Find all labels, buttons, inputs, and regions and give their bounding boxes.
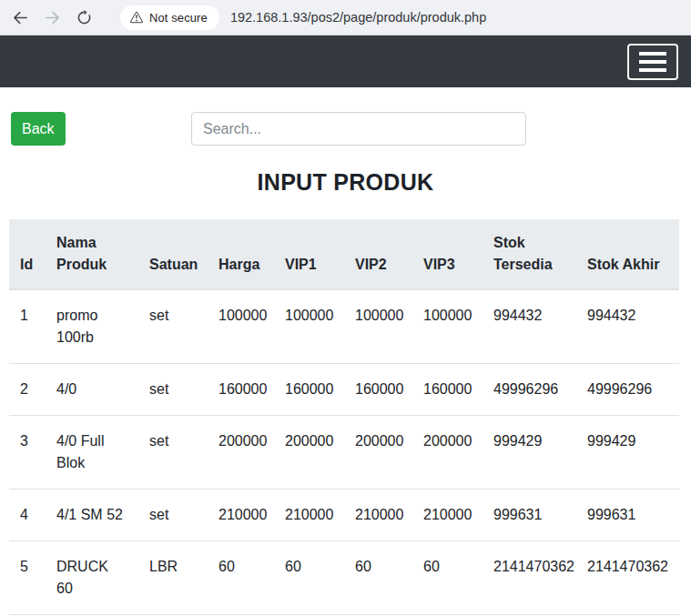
table-cell: 60 (412, 541, 483, 615)
back-icon[interactable] (12, 9, 28, 25)
table-cell: 994432 (576, 289, 679, 364)
table-cell: 60 (344, 541, 412, 615)
table-cell: 999631 (483, 490, 576, 541)
table-cell: 4/0 Full Blok (46, 416, 138, 490)
table-cell: 160000 (344, 364, 412, 416)
reload-icon[interactable] (76, 9, 92, 25)
search-input[interactable] (191, 112, 526, 146)
table-cell: set (138, 364, 208, 416)
table-cell: set (138, 490, 208, 541)
table-cell: 210000 (208, 490, 274, 541)
product-table-container: IdNama ProdukSatuanHargaVIP1VIP2VIP3Stok… (9, 219, 691, 616)
table-cell: 999429 (483, 416, 576, 490)
table-cell: set (138, 416, 208, 490)
table-cell: 200000 (274, 416, 344, 490)
table-cell: 100000 (412, 289, 483, 364)
hamburger-menu-button[interactable] (627, 44, 678, 80)
security-chip[interactable]: Not secure (120, 5, 219, 30)
table-cell: 2141470362 (483, 541, 576, 615)
table-row: 34/0 Full Blokset20000020000020000020000… (9, 416, 679, 490)
controls-row: Back (11, 112, 680, 146)
hamburger-icon (639, 52, 666, 56)
url-text[interactable]: 192.168.1.93/pos2/page/produk/produk.php (230, 10, 486, 25)
table-cell: 210000 (344, 490, 412, 541)
column-header: Satuan (138, 219, 208, 289)
column-header: Id (9, 219, 46, 289)
column-header: Nama Produk (46, 219, 138, 289)
table-cell: 60 (274, 541, 344, 615)
product-table: IdNama ProdukSatuanHargaVIP1VIP2VIP3Stok… (9, 219, 679, 616)
table-cell: 2 (9, 364, 46, 416)
table-cell: 5 (9, 541, 46, 615)
table-row: 44/1 SM 52set210000210000210000210000999… (9, 490, 679, 541)
table-cell: 100000 (274, 289, 344, 364)
table-cell: 160000 (208, 364, 274, 416)
column-header: Stok Tersedia (483, 219, 576, 289)
warning-icon (130, 11, 143, 24)
table-cell: 49996296 (576, 364, 679, 416)
table-cell: DRUCK 60 (46, 541, 138, 615)
table-cell: 4/1 SM 52 (46, 490, 138, 541)
table-cell: 1 (9, 289, 46, 364)
table-cell: 49996296 (483, 364, 576, 416)
table-cell: 100000 (344, 289, 412, 364)
table-cell: 160000 (412, 364, 483, 416)
table-row: 5DRUCK 60LBR6060606021414703622141470362 (9, 541, 679, 615)
table-cell: 994432 (483, 289, 576, 364)
table-cell: 200000 (344, 416, 412, 490)
table-cell: 3 (9, 416, 46, 490)
table-cell: 200000 (412, 416, 483, 490)
table-cell: 999429 (576, 416, 679, 490)
back-button[interactable]: Back (11, 112, 66, 146)
page-title: INPUT PRODUK (0, 169, 691, 196)
table-cell: 210000 (274, 490, 344, 541)
table-cell: 160000 (274, 364, 344, 416)
table-header: IdNama ProdukSatuanHargaVIP1VIP2VIP3Stok… (9, 219, 679, 289)
column-header: VIP2 (344, 219, 412, 289)
security-label: Not secure (149, 11, 208, 25)
table-cell: LBR (138, 541, 208, 615)
navbar (0, 35, 691, 87)
table-cell: 100000 (208, 289, 274, 364)
column-header: Harga (208, 219, 274, 289)
table-cell: 200000 (208, 416, 274, 490)
table-body: 1promo 100rbset1000001000001000001000009… (9, 289, 679, 616)
table-cell: 4 (9, 490, 46, 541)
table-cell: 4/0 (46, 364, 138, 416)
column-header: VIP3 (412, 219, 483, 289)
table-row: 24/0set160000160000160000160000499962964… (9, 364, 679, 416)
table-cell: 210000 (412, 490, 483, 541)
browser-address-bar: Not secure 192.168.1.93/pos2/page/produk… (0, 0, 691, 35)
table-cell: 60 (208, 541, 274, 615)
table-cell: set (138, 289, 208, 364)
table-cell: 999631 (576, 490, 679, 541)
table-cell: 2141470362 (576, 541, 679, 615)
forward-icon[interactable] (44, 9, 60, 25)
column-header: Stok Akhir (576, 219, 679, 289)
column-header: VIP1 (274, 219, 344, 289)
table-row: 1promo 100rbset1000001000001000001000009… (9, 289, 679, 364)
table-cell: promo 100rb (46, 289, 138, 364)
